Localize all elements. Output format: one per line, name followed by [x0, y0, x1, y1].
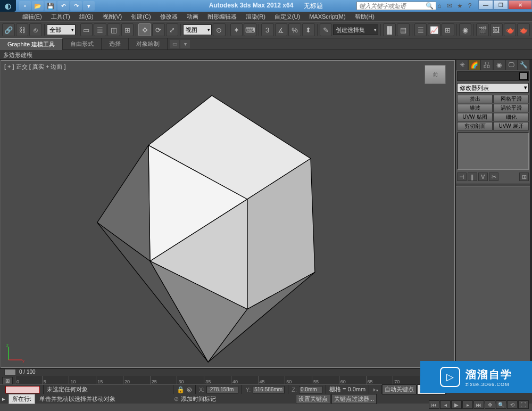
menu-help[interactable]: 帮助(H) [351, 12, 379, 22]
coord-x-input[interactable] [206, 386, 238, 393]
minimize-button[interactable]: — [478, 0, 493, 10]
viewport[interactable]: [ + ] 正交 [ 真实 + 边面 ] 前 z y [1, 60, 455, 368]
object-name-field[interactable] [457, 71, 529, 81]
schematic-icon[interactable]: ⊞ [442, 23, 454, 36]
unlink-icon[interactable]: ⛓ [16, 23, 29, 36]
qat-more-icon[interactable]: ▾ [83, 1, 95, 11]
link-icon[interactable]: 🔗 [2, 23, 15, 36]
timeline-config-icon[interactable]: ⊞ [2, 377, 13, 384]
add-time-tag[interactable]: 添加时间标记 [181, 395, 216, 403]
bind-icon[interactable]: ⎋ [29, 23, 42, 36]
maxscript-toggle-icon[interactable]: ▸ [0, 396, 7, 402]
play-icon[interactable]: ▶ [451, 400, 462, 409]
autokey-button[interactable]: 自动关键点 [382, 384, 417, 394]
qat-open-icon[interactable]: 📂 [32, 1, 44, 11]
tab-hierarchy-icon[interactable]: 品 [480, 60, 493, 70]
nav-zoom-icon[interactable]: 🔍 [496, 400, 506, 409]
search-icon[interactable]: 🔍 [425, 2, 434, 10]
help-search-input[interactable] [356, 2, 436, 10]
help-icon[interactable]: ? [466, 2, 474, 10]
select-icon[interactable]: ▭ [80, 23, 93, 36]
tab-create-icon[interactable]: ✳ [456, 60, 468, 70]
object-color-swatch[interactable] [519, 72, 528, 80]
align-icon[interactable]: ▤ [397, 23, 410, 36]
configure-sets-icon[interactable]: ⊞ [519, 172, 529, 181]
tab-display-icon[interactable]: 🖵 [505, 60, 518, 70]
ribbon-minimize-icon[interactable]: ▭ [170, 40, 179, 48]
show-result-icon[interactable]: ‖ [468, 172, 477, 181]
menu-render[interactable]: 渲染(R) [242, 12, 270, 22]
menu-maxscript[interactable]: MAXScript(M) [305, 12, 350, 21]
keyfilter-button[interactable]: 关键点过滤器... [331, 394, 377, 404]
prev-frame-icon[interactable]: ◂ [440, 400, 451, 409]
mod-unwrap[interactable]: UVW 展开 [493, 122, 529, 130]
ribbon-tab-freeform[interactable]: 自由形式 [63, 38, 102, 50]
edit-named-icon[interactable]: ✎ [320, 23, 332, 36]
named-selection-dropdown[interactable]: 创建选择集 [333, 24, 378, 35]
percent-snap-icon[interactable]: % [288, 23, 301, 36]
render-frame-icon[interactable]: 🖼 [490, 23, 503, 36]
menu-group[interactable]: 组(G) [75, 12, 98, 22]
make-unique-icon[interactable]: ∀ [478, 172, 488, 181]
render-icon[interactable]: 🫖 [504, 23, 517, 36]
menu-tools[interactable]: 工具(T) [47, 12, 74, 22]
time-tag-icon[interactable]: ⊘ [174, 396, 179, 402]
mod-turbosmooth[interactable]: 涡轮平滑 [493, 104, 529, 112]
qat-save-icon[interactable]: 💾 [45, 1, 56, 11]
menu-animation[interactable]: 动画 [182, 12, 203, 22]
close-button[interactable]: ✕ [508, 0, 532, 10]
mod-uvwmap[interactable]: UVW 贴图 [457, 113, 493, 121]
ribbon-panel-label[interactable]: 多边形建模 [0, 50, 532, 60]
remove-mod-icon[interactable]: ✂ [489, 172, 498, 181]
menu-create[interactable]: 创建(C) [127, 12, 155, 22]
nav-orbit-icon[interactable]: ⟲ [507, 400, 518, 409]
mod-slice[interactable]: 剪切剖面 [457, 122, 493, 130]
subscription-icon[interactable]: ⌂ [435, 2, 444, 10]
select-scale-icon[interactable]: ⤢ [166, 23, 179, 36]
coord-z-input[interactable] [299, 386, 322, 393]
snap-toggle-icon[interactable]: 3 [261, 23, 274, 36]
mod-extrude[interactable]: 挤出 [457, 95, 493, 103]
material-editor-icon[interactable]: ◉ [459, 23, 472, 36]
menu-edit[interactable]: 编辑(E) [18, 12, 46, 22]
ribbon-tab-graphite[interactable]: Graphite 建模工具 [0, 38, 63, 50]
menu-graph[interactable]: 图形编辑器 [203, 12, 241, 22]
app-menu-icon[interactable]: ◐ [0, 0, 16, 12]
qat-undo-icon[interactable]: ↶ [57, 1, 69, 11]
ribbon-expand-icon[interactable]: ▾ [180, 40, 190, 48]
next-frame-icon[interactable]: ▸ [462, 400, 473, 409]
spinner-snap-icon[interactable]: ⬍ [302, 23, 315, 36]
menu-view[interactable]: 视图(V) [98, 12, 127, 22]
lock-selection-icon[interactable]: 🔒 [177, 386, 185, 393]
window-crossing-icon[interactable]: ⊞ [121, 23, 134, 36]
panel-divider[interactable] [456, 184, 530, 187]
setkey-button[interactable]: 设置关键点 [296, 394, 330, 404]
nav-pan-icon[interactable]: ✥ [485, 400, 495, 409]
tab-utilities-icon[interactable]: 🔧 [518, 60, 530, 70]
qat-redo-icon[interactable]: ↷ [70, 1, 82, 11]
qat-new-icon[interactable]: ▫ [19, 1, 31, 11]
pivot-icon[interactable]: ⊙ [213, 23, 226, 36]
mod-meshsmooth[interactable]: 网格平滑 [493, 95, 529, 103]
angle-snap-icon[interactable]: ∡ [275, 23, 288, 36]
ribbon-tab-paint[interactable]: 对象绘制 [129, 38, 168, 50]
menu-customize[interactable]: 自定义(U) [270, 12, 304, 22]
time-slider-handle[interactable] [4, 369, 16, 375]
layers-icon[interactable]: ☰ [414, 23, 427, 36]
nav-max-icon[interactable]: ⛶ [518, 400, 529, 409]
render-setup-icon[interactable]: 🎬 [476, 23, 489, 36]
mod-tessellate[interactable]: 细化 [493, 113, 529, 121]
render-prod-icon[interactable]: 🫖 [517, 23, 530, 36]
goto-end-icon[interactable]: ⏭ [473, 400, 484, 409]
tab-motion-icon[interactable]: ◉ [493, 60, 505, 70]
maximize-button[interactable]: ❐ [493, 0, 508, 10]
curve-editor-icon[interactable]: 📈 [428, 23, 440, 36]
pin-stack-icon[interactable]: ⊣ [457, 172, 467, 181]
mirror-icon[interactable]: ▐▌ [383, 23, 396, 36]
communication-icon[interactable]: ✉ [445, 2, 454, 10]
keyboard-icon[interactable]: ⌨ [244, 23, 256, 36]
modifier-list-dropdown[interactable]: 修改器列表 [457, 83, 529, 93]
goto-start-icon[interactable]: ⏮ [429, 400, 439, 409]
select-move-icon[interactable]: ✥ [138, 23, 151, 36]
mod-taper[interactable]: 锥波 [457, 104, 493, 112]
